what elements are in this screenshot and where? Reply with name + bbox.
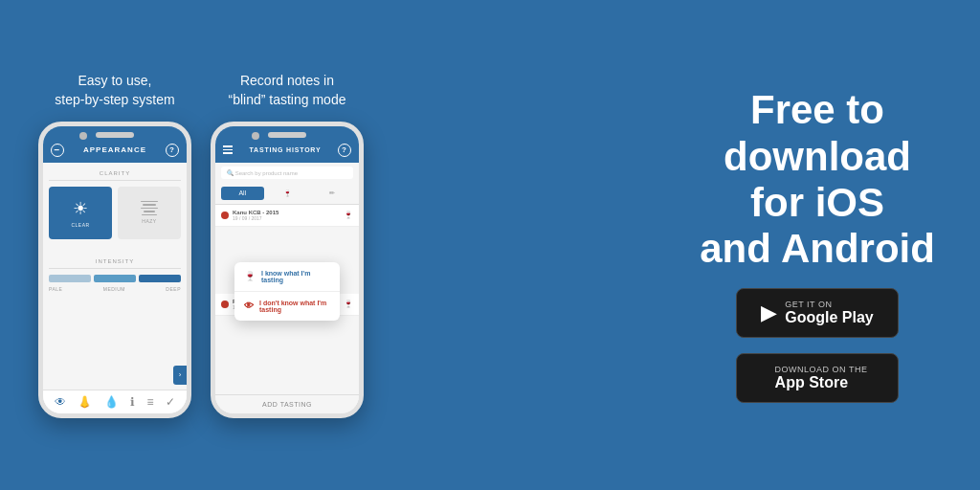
nav-eye-icon[interactable]: 👁	[55, 395, 66, 409]
google-play-btn[interactable]: ▶ GET IT ON Google Play	[736, 288, 899, 338]
intensity-labels: PALE MEDIUM DEEP	[49, 286, 181, 292]
intensity-bars	[49, 275, 181, 282]
clarity-divider	[49, 180, 181, 181]
phone1-title: APPEARANCE	[83, 145, 146, 154]
phone2-screen: TASTING HISTORY ? 🔍 Search by product na…	[215, 126, 359, 413]
hazy-icon	[141, 201, 158, 216]
wine-glass-icon: 🍷	[244, 271, 256, 281]
google-play-text: GET IT ON Google Play	[785, 300, 873, 326]
google-play-name: Google Play	[785, 309, 873, 326]
intensity-bar-pale	[49, 275, 91, 282]
app-store-btn[interactable]: Download on the App Store	[736, 353, 899, 403]
filter-tab-wine[interactable]: 🍷	[266, 187, 309, 200]
sun-icon: ☀	[73, 198, 89, 219]
filter-tab-blind[interactable]: ✏	[310, 187, 353, 200]
google-play-icon: ▶	[761, 301, 777, 325]
clarity-clear-label: CLEAR	[71, 222, 89, 228]
nav-nose-icon[interactable]: 👃	[78, 395, 92, 409]
nav-info-icon[interactable]: ℹ	[130, 395, 135, 409]
clarity-hazy[interactable]: HAZY	[118, 187, 181, 239]
intensity-bar-medium	[94, 275, 136, 282]
search-placeholder: Search by product name	[235, 170, 298, 176]
search-icon: 🔍	[227, 170, 235, 176]
phone2-title: TASTING HISTORY	[250, 146, 322, 153]
popup-know-label: I know what I'm tasting	[261, 270, 330, 283]
search-input[interactable]: 🔍 Search by product name	[221, 167, 353, 179]
phone1-wrapper: Easy to use,step-by-step system − APPEAR…	[38, 72, 191, 417]
next-arrow[interactable]: ›	[173, 366, 187, 385]
phones-container: Easy to use,step-by-step system − APPEAR…	[38, 72, 364, 417]
phone2-caption: Record notes in“blind” tasting mode	[229, 72, 346, 109]
menu-icon[interactable]	[223, 145, 233, 154]
tasting-wine-icon-2: 🍷	[344, 300, 353, 308]
phone1-header: − APPEARANCE ?	[43, 126, 187, 163]
clarity-label: CLARITY	[49, 170, 181, 176]
app-store-name: App Store	[775, 374, 868, 391]
add-tasting-btn[interactable]: ADD TASTING	[215, 394, 359, 413]
app-store-text: Download on the App Store	[775, 365, 868, 391]
phone1-caption: Easy to use,step-by-step system	[55, 72, 174, 109]
tasting-info-1: Kanu KCB - 2015 19 / 09 / 2017	[233, 210, 340, 221]
popup-menu: 🍷 I know what I'm tasting 👁 I don't know…	[234, 262, 340, 321]
popup-blind[interactable]: 👁 I don't know what I'm tasting	[234, 292, 340, 321]
tasting-dot-1	[221, 212, 229, 219]
eye-slash-icon: 👁	[244, 301, 254, 311]
nav-menu-icon[interactable]: ≡	[146, 395, 153, 409]
clarity-section: CLARITY ☀ CLEAR	[43, 163, 187, 243]
phone2-wrapper: Record notes in“blind” tasting mode TAST…	[211, 72, 364, 417]
right-panel: Free todownloadfor iOSand Android ▶ GET …	[693, 87, 942, 402]
help2-icon[interactable]: ?	[338, 144, 351, 157]
tasting-item-1[interactable]: Kanu KCB - 2015 19 / 09 / 2017 🍷	[215, 205, 359, 227]
tasting-wine-icon-1: 🍷	[344, 211, 353, 219]
phone1: − APPEARANCE ? CLARITY ☀ CLEAR	[38, 122, 191, 418]
nav-taste-icon[interactable]: 💧	[104, 395, 119, 409]
back-icon[interactable]: −	[51, 144, 64, 157]
popup-blind-label: I don't know what I'm tasting	[259, 300, 330, 313]
filter-tab-all[interactable]: All	[221, 187, 264, 200]
app-store-get-label: Download on the	[775, 365, 868, 374]
intensity-divider	[49, 268, 181, 269]
nav-check-icon[interactable]: ✓	[166, 395, 175, 409]
intensity-label: INTENSITY	[49, 258, 181, 264]
phone2-header: TASTING HISTORY ?	[215, 126, 359, 163]
tasting-date-1: 19 / 09 / 2017	[233, 215, 340, 221]
clarity-hazy-label: HAZY	[142, 218, 156, 224]
intensity-bar-deep	[139, 275, 181, 282]
phone1-nav: 👁 👃 💧 ℹ ≡ ✓	[43, 390, 187, 413]
tasting-list: Kanu KCB - 2015 19 / 09 / 2017 🍷 🍷 I kno…	[215, 205, 359, 394]
google-play-get-label: GET IT ON	[785, 300, 873, 309]
intensity-section: INTENSITY PALE MEDIUM DEEP	[43, 251, 187, 296]
clarity-clear[interactable]: ☀ CLEAR	[49, 187, 112, 239]
phone1-screen: − APPEARANCE ? CLARITY ☀ CLEAR	[43, 126, 187, 413]
clarity-options: ☀ CLEAR HAZY	[49, 187, 181, 239]
help-icon[interactable]: ?	[166, 144, 179, 157]
main-title: Free todownloadfor iOSand Android	[700, 87, 935, 272]
popup-know[interactable]: 🍷 I know what I'm tasting	[234, 262, 340, 292]
phone2: TASTING HISTORY ? 🔍 Search by product na…	[211, 122, 364, 418]
filter-tabs: All 🍷 ✏	[215, 183, 359, 205]
search-bar: 🔍 Search by product name	[215, 163, 359, 183]
tasting-dot-2	[221, 301, 229, 308]
